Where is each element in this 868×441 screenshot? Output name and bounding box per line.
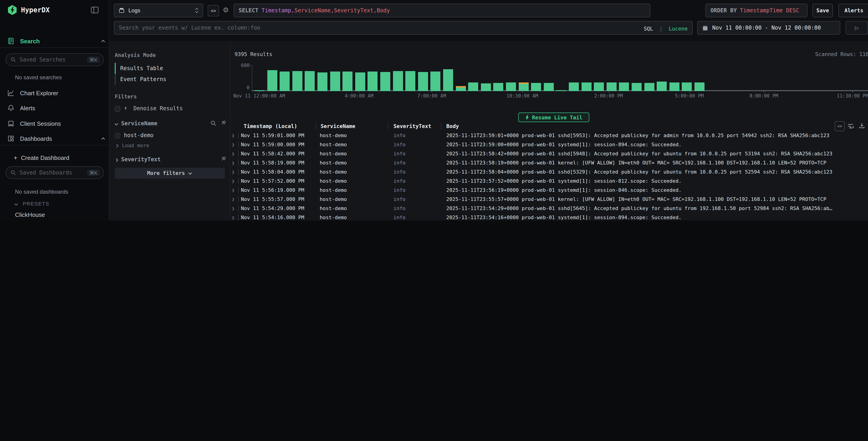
filter-pin-icon[interactable]: [220, 156, 226, 162]
row-expand-chevron-icon[interactable]: ❯: [232, 186, 235, 195]
table-row[interactable]: ❯│Nov 11 5:58:19.000 PMhost-demoinfo2025…: [230, 158, 868, 168]
table-row[interactable]: ❯│Nov 11 5:54:16.000 PMhost-demoinfo2025…: [230, 213, 868, 220]
histogram-bar[interactable]: [456, 86, 466, 91]
table-row[interactable]: ❯│Nov 11 5:59:01.000 PMhost-demoinfo2025…: [230, 131, 868, 140]
histogram-bar[interactable]: [670, 83, 679, 91]
sidebar-item-client-sessions[interactable]: Client Sessions: [20, 120, 61, 127]
sidebar-item-chart-explorer[interactable]: Chart Explorer: [20, 90, 58, 96]
histogram-bar[interactable]: [393, 71, 403, 91]
histogram-bar[interactable]: [355, 72, 365, 91]
event-search-input[interactable]: Search your events w/ Lucene ex. column:…: [114, 21, 693, 35]
filter-group-severitytext[interactable]: SeverityText: [121, 156, 160, 163]
histogram-bar[interactable]: [657, 82, 667, 91]
histogram-bar[interactable]: [468, 83, 478, 91]
row-expand-chevron-icon[interactable]: ❯: [232, 177, 235, 186]
column-resize-handle[interactable]: [316, 123, 316, 129]
row-expand-chevron-icon[interactable]: ❯: [232, 213, 235, 220]
load-more-chevron-right-icon[interactable]: [115, 144, 119, 148]
denoise-checkbox[interactable]: [115, 106, 120, 112]
histogram-bar[interactable]: [644, 83, 654, 91]
histogram-bar[interactable]: [280, 71, 290, 91]
severitytext-chevron-right-icon[interactable]: [114, 158, 119, 163]
save-button[interactable]: Save: [812, 4, 833, 17]
col-header-servicename[interactable]: ServiceName: [320, 123, 355, 129]
more-filters-button[interactable]: More filters: [115, 168, 225, 179]
histogram-bar[interactable]: [443, 69, 453, 91]
query-settings-gear-icon[interactable]: ⚙: [223, 6, 229, 14]
row-expand-chevron-icon[interactable]: ❯: [232, 158, 235, 168]
filter-pin-icon[interactable]: [220, 120, 226, 126]
histogram-bar[interactable]: [305, 71, 315, 91]
select-clause-input[interactable]: SELECT Timestamp,ServiceName,SeverityTex…: [234, 4, 650, 17]
table-row[interactable]: ❯│Nov 11 5:54:29.000 PMhost-demoinfo2025…: [230, 204, 868, 213]
create-dashboard-button[interactable]: Create Dashboard: [21, 154, 69, 161]
table-row[interactable]: ❯│Nov 11 5:55:57.000 PMhost-demoinfo2025…: [230, 195, 868, 204]
col-header-severitytext[interactable]: SeverityText: [394, 123, 431, 129]
alerts-button[interactable]: Alerts: [838, 4, 868, 17]
sidebar-collapse-icon[interactable]: [90, 5, 99, 14]
histogram-bar[interactable]: [569, 83, 579, 91]
histogram-bar[interactable]: [493, 83, 503, 91]
row-expand-chevron-icon[interactable]: ❯: [232, 140, 235, 149]
lang-lucene-toggle[interactable]: Lucene: [669, 25, 688, 32]
resume-live-tail-button[interactable]: Resume Live Tail: [518, 113, 589, 122]
saved-dashboards-input[interactable]: Saved Dashboards ⌘K: [5, 166, 104, 179]
histogram-bar[interactable]: [544, 83, 554, 91]
histogram-bar[interactable]: [368, 71, 378, 91]
table-row[interactable]: ❯│Nov 11 5:58:42.000 PMhost-demoinfo2025…: [230, 149, 868, 158]
lang-sql-toggle[interactable]: SQL: [644, 25, 653, 32]
sidebar-item-alerts[interactable]: Alerts: [20, 105, 35, 112]
sidebar-item-dashboards[interactable]: Dashboards: [20, 135, 52, 142]
filter-group-servicename[interactable]: ServiceName: [121, 120, 157, 127]
histogram-bar[interactable]: [330, 71, 340, 91]
histogram-bar[interactable]: [556, 90, 566, 91]
histogram-bar[interactable]: [619, 83, 629, 91]
servicename-chevron-down-icon[interactable]: [114, 122, 119, 127]
histogram-bar[interactable]: [506, 83, 516, 91]
row-expand-chevron-icon[interactable]: ❯: [232, 168, 235, 177]
mode-results-table[interactable]: Results Table: [115, 63, 225, 74]
load-more-button[interactable]: Load more: [122, 143, 149, 149]
histogram-bar[interactable]: [342, 71, 352, 91]
histogram-bar[interactable]: [694, 83, 705, 91]
dashboards-section-chevron-up-icon[interactable]: [101, 136, 106, 141]
sidebar-item-search[interactable]: Search: [20, 38, 40, 45]
column-resize-handle[interactable]: [388, 123, 389, 129]
source-select[interactable]: Logs: [114, 4, 203, 17]
col-header-timestamp[interactable]: Timestamp (Local): [244, 123, 297, 129]
date-range-picker[interactable]: Nov 11 00:00:00 - Nov 12 00:00:00: [697, 21, 840, 35]
histogram-bar[interactable]: [682, 83, 692, 91]
table-row[interactable]: ❯│Nov 11 5:59:00.000 PMhost-demoinfo2025…: [230, 140, 868, 149]
filter-search-icon[interactable]: [210, 120, 216, 126]
histogram-bar[interactable]: [607, 83, 617, 91]
service-host-demo-checkbox[interactable]: [115, 133, 120, 139]
service-host-demo-label[interactable]: host-demo: [124, 132, 153, 139]
histogram-bar[interactable]: [519, 83, 528, 91]
table-row[interactable]: ❯│Nov 11 5:56:19.000 PMhost-demoinfo2025…: [230, 186, 868, 195]
saved-searches-input[interactable]: Saved Searches ⌘K: [5, 53, 104, 66]
row-expand-chevron-icon[interactable]: ❯: [232, 195, 235, 204]
row-expand-chevron-icon[interactable]: ❯: [232, 131, 235, 140]
histogram-bar[interactable]: [431, 71, 441, 91]
histogram-bar[interactable]: [594, 83, 604, 91]
histogram-bar[interactable]: [481, 83, 491, 91]
table-code-view-button[interactable]: <>: [835, 121, 845, 131]
histogram-bar[interactable]: [380, 72, 390, 91]
row-expand-chevron-icon[interactable]: ❯: [232, 204, 235, 213]
histogram-bar[interactable]: [581, 83, 591, 91]
search-section-chevron-up-icon[interactable]: [101, 39, 106, 44]
mode-event-patterns[interactable]: Event Patterns: [115, 74, 225, 85]
histogram-bar[interactable]: [292, 71, 302, 91]
histogram-bar[interactable]: [632, 83, 642, 91]
sql-mode-toggle-button[interactable]: <>: [208, 5, 219, 17]
histogram-bar[interactable]: [317, 72, 328, 91]
order-by-input[interactable]: ORDER BY TimestampTime DESC: [706, 4, 807, 17]
wrap-lines-icon[interactable]: [847, 122, 854, 129]
col-header-body[interactable]: Body: [446, 123, 459, 129]
presets-chevron-down-icon[interactable]: [14, 202, 19, 207]
histogram-bar[interactable]: [405, 71, 415, 91]
table-row[interactable]: ❯│Nov 11 5:57:52.000 PMhost-demoinfo2025…: [230, 177, 868, 186]
histogram-bar[interactable]: [531, 83, 541, 91]
histogram-bar[interactable]: [418, 72, 428, 91]
preset-item[interactable]: ClickHouse: [0, 210, 109, 220]
